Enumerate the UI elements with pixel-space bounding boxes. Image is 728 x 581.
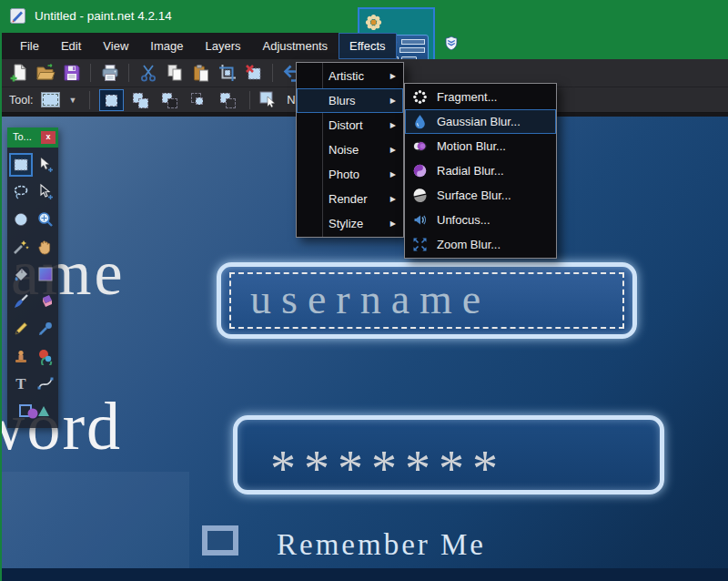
paintbrush-tool[interactable] [9, 290, 33, 313]
submenu-arrow-icon: ▶ [390, 163, 396, 186]
effects-menu-render[interactable]: Render▶ [297, 187, 403, 211]
blurs-submenu: Fragment... Gaussian Blur... Motion Blur… [404, 83, 557, 259]
radial-blur-icon [412, 163, 428, 178]
submenu-arrow-icon: ▶ [390, 114, 396, 137]
tools-palette-title: To... [13, 131, 32, 142]
effects-menu-photo[interactable]: Photo▶ [297, 162, 403, 187]
fragment-icon [412, 89, 428, 105]
tools-palette-titlebar[interactable]: To... x [7, 127, 58, 148]
text-tool[interactable]: T [9, 372, 33, 395]
blurs-menu-unfocus[interactable]: Unfocus... [405, 208, 556, 232]
thumbnail-password-field [399, 47, 425, 53]
color-picker-tool[interactable] [34, 317, 57, 341]
line-curve-tool[interactable] [34, 372, 57, 395]
paintnet-app-icon [10, 8, 25, 27]
image-remember-checkbox [202, 525, 238, 556]
ellipse-select-tool[interactable] [9, 208, 33, 231]
selection-mode-replace[interactable] [99, 89, 124, 111]
menu-image[interactable]: Image [139, 33, 194, 59]
magic-wand-tool[interactable] [9, 235, 33, 259]
shield-icon [445, 36, 458, 54]
current-tool-swatch[interactable] [41, 92, 60, 107]
image-password-value: ******* [270, 420, 506, 490]
selection-mode-intersect[interactable] [187, 89, 211, 111]
selection-mode-union[interactable] [128, 89, 153, 111]
gradient-tool[interactable] [34, 262, 57, 286]
replace-mode-icon [106, 95, 117, 107]
selection-mode-invert[interactable] [216, 89, 240, 111]
toolbar-separator [90, 64, 91, 82]
tools-palette: To... x T [7, 127, 58, 428]
paste-button[interactable] [188, 61, 213, 85]
recolor-tool[interactable] [34, 344, 57, 368]
submenu-arrow-icon: ▶ [390, 89, 396, 112]
menu-effects[interactable]: Effects [339, 33, 397, 59]
svg-text:T: T [15, 375, 26, 392]
submenu-arrow-icon: ▶ [390, 212, 396, 235]
toolbar-separator [249, 91, 250, 109]
zoom-tool[interactable] [34, 208, 57, 231]
canvas-shading [2, 472, 189, 568]
effects-menu-artistic[interactable]: Artistic▶ [297, 64, 403, 88]
pan-tool[interactable] [34, 235, 57, 259]
blurs-menu-surface-blur[interactable]: Surface Blur... [405, 183, 556, 208]
surface-blur-icon [412, 188, 428, 203]
blurs-menu-zoom-blur[interactable]: Zoom Blur... [405, 232, 556, 257]
move-selection-tool[interactable] [34, 180, 57, 204]
cut-button[interactable] [136, 61, 160, 85]
submenu-arrow-icon: ▶ [390, 65, 396, 87]
toolbar-separator [128, 64, 129, 82]
tools-grid: T [7, 148, 58, 428]
blurs-menu-motion-blur[interactable]: Motion Blur... [405, 134, 556, 158]
tool-label: Tool: [9, 94, 33, 107]
submenu-arrow-icon: ▶ [390, 188, 396, 210]
blurs-menu-radial-blur[interactable]: Radial Blur... [405, 158, 556, 183]
menu-layers[interactable]: Layers [194, 33, 251, 59]
effects-menu-blurs[interactable]: Blurs▶ [297, 88, 403, 113]
menu-adjustments[interactable]: Adjustments [251, 33, 339, 59]
clone-stamp-tool[interactable] [9, 344, 33, 368]
unfocus-icon [412, 212, 428, 228]
pencil-tool[interactable] [9, 317, 33, 341]
lasso-select-tool[interactable] [9, 180, 33, 204]
tools-palette-close-button[interactable]: x [41, 131, 56, 144]
copy-button[interactable] [162, 61, 187, 85]
deselect-button[interactable] [241, 61, 266, 85]
motion-blur-icon [412, 138, 428, 154]
new-file-button[interactable] [6, 61, 31, 85]
image-password-box: ******* [233, 415, 664, 494]
rectangle-select-tool[interactable] [9, 153, 33, 177]
flower-icon [365, 14, 382, 35]
shapes-tool[interactable] [11, 399, 55, 423]
paintnet-window: Untitled - paint.net 4.2.14 Username Pas… [0, 0, 728, 581]
image-username-value: username [250, 267, 490, 334]
effects-menu-noise[interactable]: Noise▶ [297, 138, 403, 162]
toolbar-separator [272, 64, 273, 82]
eraser-tool[interactable] [34, 290, 57, 313]
selection-mode-subtract[interactable] [157, 89, 182, 111]
effects-dropdown-menu: Artistic▶ Blurs▶ Distort▶ Noise▶ Photo▶ … [296, 62, 404, 238]
zoom-blur-icon [412, 237, 428, 252]
open-file-button[interactable] [33, 61, 57, 85]
gaussian-blur-icon [412, 114, 428, 129]
move-selected-pixels-tool[interactable] [34, 153, 57, 177]
effects-menu-stylize[interactable]: Stylize▶ [297, 211, 403, 236]
blurs-menu-fragment[interactable]: Fragment... [405, 85, 556, 109]
menu-edit[interactable]: Edit [50, 33, 92, 59]
tool-dropdown-caret-icon[interactable]: ▼ [68, 96, 76, 105]
save-file-button[interactable] [59, 61, 84, 85]
image-remember-label: Remember Me [277, 528, 486, 562]
image-username-box: username [217, 262, 637, 339]
print-button[interactable] [97, 61, 122, 85]
menu-view[interactable]: View [92, 33, 139, 59]
toolbar-separator [89, 91, 90, 109]
menu-bar: File Edit View Image Layers Adjustments … [2, 33, 351, 59]
canvas-bottom-band [2, 568, 728, 581]
crop-button[interactable] [215, 61, 239, 85]
finish-selection-icon[interactable] [259, 90, 278, 109]
effects-menu-distort[interactable]: Distort▶ [297, 113, 403, 138]
paint-bucket-tool[interactable] [9, 262, 33, 286]
submenu-arrow-icon: ▶ [390, 138, 396, 161]
blurs-menu-gaussian-blur[interactable]: Gaussian Blur... [405, 109, 556, 134]
menu-file[interactable]: File [9, 33, 50, 59]
